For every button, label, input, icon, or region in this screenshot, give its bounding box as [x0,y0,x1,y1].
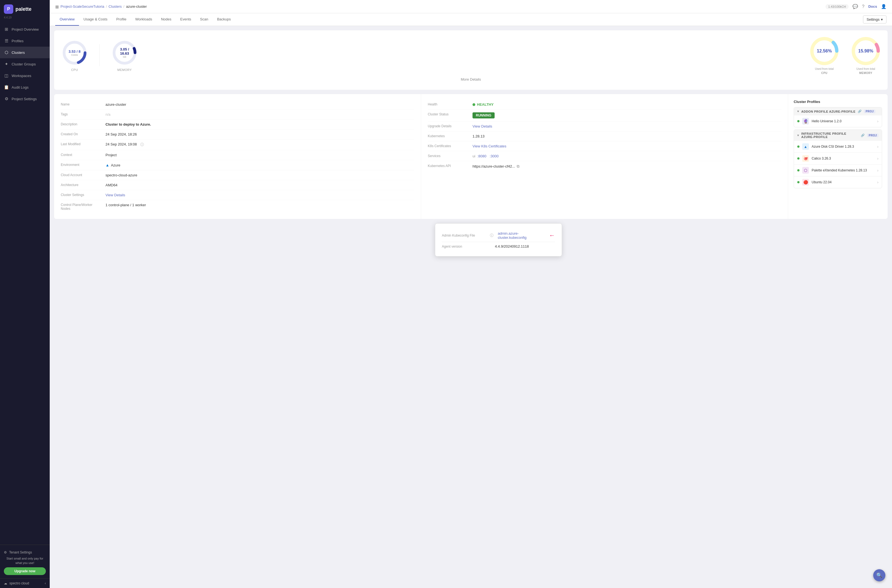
detail-val-environment: ▲ Azure [105,163,120,167]
cp-item-chevron-icon[interactable]: › [877,156,878,160]
tab-events[interactable]: Events [176,13,196,26]
sidebar: P palette 4.4.19 ⊞ Project Overview ☰ Pr… [0,0,50,588]
search-fab-button[interactable]: 🔍 [873,569,885,581]
sidebar-item-audit-logs[interactable]: 📋 Audit Logs [0,81,50,93]
memory-donut-center: 3.05 / 16.63 Gb [118,47,131,58]
app-version: 4.4.19 [0,16,50,24]
memory-type-label: MEMORY [117,68,132,72]
cp-item-chevron-icon[interactable]: › [877,180,878,184]
detail-row-cluster-settings: Cluster Settings View Details [61,190,414,200]
infra-profile-header: ▾ INFRASTRUCTURE PROFILE AZURE-PROFILE 🔗… [794,130,882,141]
tab-overview[interactable]: Overview [55,13,79,26]
topbar: ▦ Project-ScaleSecureTutoria / Clusters … [50,0,892,13]
azure-icon: ▲ [105,163,110,167]
sidebar-item-project-settings[interactable]: ⚙ Project Settings [0,93,50,105]
detail-val-created: 24 Sep 2024, 18:26 [105,132,137,136]
detail-row-created: Created On 24 Sep 2024, 18:26 [61,129,414,140]
service-port-3000[interactable]: :3000 [490,154,499,158]
spectro-icon: ☁ [4,581,7,585]
cp-item-chevron-icon[interactable]: › [877,119,878,123]
docs-link[interactable]: Docs [868,4,877,9]
upgrade-button[interactable]: Upgrade now [4,567,46,575]
tab-backups[interactable]: Backups [213,13,235,26]
sidebar-item-label: Cluster Groups [12,62,36,66]
sidebar-item-profiles[interactable]: ☰ Profiles [0,35,50,46]
info-icon[interactable]: ⓘ [490,233,494,238]
app-logo[interactable]: P palette [0,0,50,16]
infra-link-icon[interactable]: 🔗 [861,134,865,137]
detail-val-kubernetes: 1.28.13 [473,134,484,138]
tab-nodes[interactable]: Nodes [156,13,176,26]
memory-sep: / [128,47,129,51]
tab-workloads[interactable]: Workloads [131,13,156,26]
detail-key-created: Created On [61,132,102,136]
content-area: 3.53 / 8 Cores CPU [50,26,892,588]
sidebar-item-project-overview[interactable]: ⊞ Project Overview [0,24,50,35]
detail-val-cloud-account: spectro-cloud-azure [105,173,137,177]
detail-key-k8s-certs: K8s Certificates [428,144,469,148]
detail-key-modified: Last Modified [61,142,102,146]
detail-row-tags: Tags n/a [61,110,414,120]
more-details-link[interactable]: More Details [61,75,881,84]
kubeconfig-overlay-container: Admin Kubeconfig File ⓘ admin.azure-clus… [54,224,887,256]
settings-button-label: Settings [866,17,880,21]
detail-row-architecture: Architecture AMD64 [61,180,414,190]
cp-status-dot [797,120,799,122]
palette-k8s-icon: ⬡ [802,167,809,174]
detail-val-upgrade[interactable]: View Details [473,124,492,128]
detail-row-environment: Environment ▲ Azure [61,160,414,170]
tenant-settings-item[interactable]: ⚙ Tenant Settings [4,548,46,556]
tab-usage-costs[interactable]: Usage & Costs [79,13,112,26]
cpu-cores-label: Cores [69,54,80,56]
detail-val-k8s-certs[interactable]: View K8s Certificates [473,144,506,148]
detail-val-tags: n/a [105,112,110,117]
kubeconfig-val[interactable]: admin.azure-cluster.kubeconfig [498,231,542,240]
tab-scan[interactable]: Scan [195,13,213,26]
cpu-type-label: CPU [71,68,78,72]
detail-key-nodes: Control Plane/Worker Nodes [61,203,102,211]
help-icon[interactable]: ? [862,4,864,9]
arrow-icon: ← [549,232,555,239]
detail-row-name: Name azure-cluster [61,100,414,110]
audit-logs-icon: 📋 [4,85,9,90]
detail-val-cluster-settings[interactable]: View Details [105,193,125,197]
sidebar-bottom: ⚙ Tenant Settings Start small and only p… [0,544,50,578]
tabs-bar: Overview Usage & Costs Profile Workloads… [50,13,892,26]
logo-icon: P [4,4,13,14]
cp-item-palette-k8s: ⬡ Palette eXtended Kubernetes 1.28.13 › [794,165,882,176]
sidebar-item-cluster-groups[interactable]: ✦ Cluster Groups [0,58,50,70]
cp-item-chevron-icon[interactable]: › [877,168,878,172]
chat-icon[interactable]: 💬 [853,4,858,9]
settings-button[interactable]: Settings ▾ [863,15,886,24]
sidebar-item-clusters[interactable]: ⬡ Clusters [0,46,50,58]
ubuntu-icon: 🔴 [802,179,809,186]
tabs: Overview Usage & Costs Profile Workloads… [55,13,235,26]
info-icon[interactable]: ⓘ [140,142,144,147]
cp-status-dot [797,146,799,148]
memory-used: 3.05 [120,47,127,51]
sidebar-item-workspaces[interactable]: ◫ Workspaces [0,70,50,81]
copy-icon[interactable]: ⧉ [517,164,520,169]
cp-item-chevron-icon[interactable]: › [877,144,878,149]
cp-item-name-ubuntu: Ubuntu 22.04 [812,180,874,184]
detail-row-health: Health HEALTHY [428,100,781,110]
detail-key-kubernetes: Kubernetes [428,134,469,138]
detail-val-nodes: 1 control-plane / 1 worker [105,203,146,207]
health-dot-icon [473,103,475,106]
sidebar-collapse-button[interactable]: ‹ [45,581,46,585]
breadcrumb-section[interactable]: Clusters [108,4,122,9]
addon-chevron-icon[interactable]: ▾ [797,110,799,113]
service-port-8080[interactable]: :8080 [478,154,487,158]
infra-chevron-icon[interactable]: ▾ [797,134,799,137]
cluster-profiles-title: Cluster Profiles [794,100,882,104]
project-overview-icon: ⊞ [4,27,9,32]
cp-status-dot [797,169,799,171]
user-avatar[interactable]: 👤 [881,4,886,9]
link-icon[interactable]: 🔗 [858,110,862,113]
cpu-percent-value: 12.56% [817,49,832,54]
breadcrumb-project[interactable]: Project-ScaleSecureTutoria [60,4,104,9]
detail-row-cloud-account: Cloud Account spectro-cloud-azure [61,170,414,180]
tab-profile[interactable]: Profile [112,13,131,26]
search-fab-icon: 🔍 [876,572,882,578]
upgrade-text: Start small and only pay for what you us… [4,556,46,565]
